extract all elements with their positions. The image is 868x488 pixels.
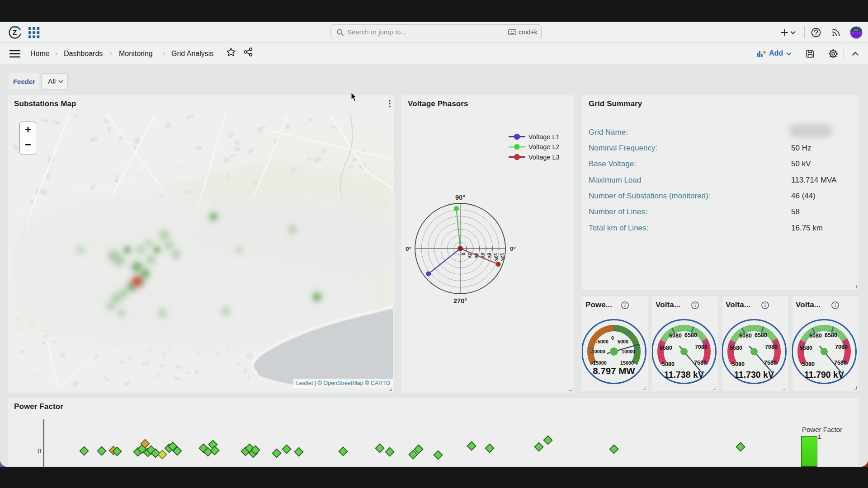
svg-text:11.790 kV: 11.790 kV (804, 370, 844, 380)
svg-text:5080: 5080 (732, 361, 745, 367)
svg-text:5580: 5580 (660, 345, 672, 351)
svg-text:6580: 6580 (755, 332, 767, 338)
svg-text:8.797 MW: 8.797 MW (593, 366, 635, 376)
svg-text:7080: 7080 (765, 344, 778, 350)
svg-text:6080: 6080 (669, 333, 682, 339)
svg-text:10000: 10000 (622, 349, 635, 354)
svg-text:7580: 7580 (834, 360, 847, 366)
svg-text:8k: 8k (486, 252, 493, 259)
svg-text:90°: 90° (455, 194, 465, 201)
svg-text:6580: 6580 (684, 332, 697, 338)
svg-text:-5000: -5000 (596, 339, 609, 344)
svg-text:5000: 5000 (618, 339, 628, 344)
svg-text:Voltage L1: Voltage L1 (528, 133, 560, 141)
svg-text:6080: 6080 (739, 333, 752, 339)
svg-text:0°: 0° (406, 245, 411, 252)
svg-text:6580: 6580 (825, 332, 837, 338)
svg-text:5580: 5580 (730, 345, 742, 351)
svg-text:0: 0 (461, 252, 467, 256)
svg-text:15000: 15000 (620, 360, 634, 366)
svg-text:Z: Z (13, 29, 17, 37)
svg-text:5080: 5080 (802, 361, 815, 367)
svg-text:Voltage L2: Voltage L2 (528, 143, 560, 150)
svg-text:5080: 5080 (662, 361, 675, 367)
svg-text:11.738 kV: 11.738 kV (664, 370, 704, 380)
svg-text:0: 0 (611, 335, 614, 341)
svg-text:11.730 kV: 11.730 kV (734, 370, 774, 380)
svg-text:10k: 10k (493, 252, 500, 262)
svg-text:12k: 12k (499, 252, 506, 262)
svg-text:-10000: -10000 (590, 349, 605, 354)
svg-text:7080: 7080 (835, 344, 848, 350)
svg-text:Voltage L3: Voltage L3 (528, 154, 560, 161)
svg-text:7080: 7080 (695, 344, 708, 350)
svg-text:-15000: -15000 (591, 360, 607, 366)
svg-text:270°: 270° (453, 297, 467, 305)
svg-text:0°: 0° (510, 245, 516, 252)
svg-text:6080: 6080 (809, 333, 822, 339)
svg-text:5580: 5580 (800, 345, 812, 351)
